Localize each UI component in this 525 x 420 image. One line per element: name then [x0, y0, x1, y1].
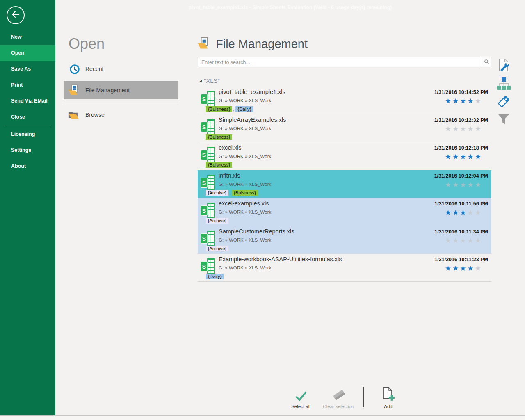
rating-stars[interactable]: ★★★★★	[445, 97, 482, 105]
star-icon[interactable]: ★	[445, 237, 452, 244]
star-icon[interactable]: ★	[468, 153, 475, 161]
document-tools-icon[interactable]	[496, 58, 511, 73]
tag-separator: ,	[229, 190, 231, 195]
back-button[interactable]	[7, 6, 25, 24]
clear-selection-button[interactable]: Clear selection	[321, 386, 357, 409]
sidebar-item-new[interactable]: New	[0, 29, 55, 45]
file-path: G: » WORK » XLS_Work	[219, 265, 271, 270]
rating-stars[interactable]: ★★★★★	[445, 180, 482, 189]
star-icon[interactable]: ★	[452, 125, 460, 133]
star-icon[interactable]: ★	[468, 125, 475, 133]
star-icon[interactable]: ★	[452, 97, 460, 105]
star-icon[interactable]: ★	[452, 181, 460, 189]
star-icon[interactable]: ★	[460, 209, 467, 217]
file-management-icon	[198, 37, 210, 51]
star-icon[interactable]: ★	[452, 153, 460, 161]
star-icon[interactable]: ★	[452, 209, 460, 217]
file-tags: [Archive]	[206, 246, 228, 251]
add-button[interactable]: Add	[370, 386, 406, 409]
rating-stars[interactable]: ★★★★★	[445, 264, 482, 273]
file-row[interactable]: Spivot_table_example1.xlsG: » WORK » XLS…	[198, 87, 491, 114]
file-row[interactable]: Sexcel.xlsG: » WORK » XLS_Work{Buisness}…	[198, 142, 491, 170]
star-icon[interactable]: ★	[445, 265, 452, 272]
search-button[interactable]	[482, 57, 491, 67]
sidebar-item-licensing[interactable]: Licensing	[0, 126, 55, 142]
tag-business: {Buisness}	[206, 134, 232, 140]
excel-file-icon: S	[201, 119, 215, 135]
select-all-button[interactable]: Select all	[283, 386, 319, 409]
file-row[interactable]: SSimpleArrayExamples.xlsG: » WORK » XLS_…	[198, 114, 491, 142]
open-item-file-management[interactable]: File Management	[64, 81, 178, 99]
star-icon[interactable]: ★	[460, 237, 467, 244]
excel-file-icon: S	[201, 174, 215, 191]
star-icon[interactable]: ★	[445, 209, 452, 217]
sidebar-item-send-via-email[interactable]: Send Via EMail	[0, 93, 55, 109]
star-icon[interactable]: ★	[445, 153, 452, 161]
file-name: pivot_table_example1.xls	[219, 89, 285, 95]
sidebar-item-save-as[interactable]: Save As	[0, 61, 55, 77]
add-document-icon	[382, 386, 395, 402]
rating-stars[interactable]: ★★★★★	[445, 153, 482, 161]
sidebar-item-close[interactable]: Close	[0, 109, 55, 125]
page-title: Open	[68, 35, 178, 52]
sidebar-item-print[interactable]: Print	[0, 77, 55, 93]
file-row[interactable]: SExample-workbook-ASAP-Utilities-formula…	[198, 254, 491, 282]
tag-daily: {Daily}	[206, 274, 224, 279]
star-icon[interactable]: ★	[475, 97, 482, 105]
star-icon[interactable]: ★	[460, 153, 467, 161]
star-icon[interactable]: ★	[445, 125, 452, 133]
open-item-browse[interactable]: Browse	[64, 106, 178, 124]
file-name: SampleCustomerReports.xls	[219, 228, 294, 235]
tag-business: {Buisness}	[206, 106, 232, 112]
group-header-xls[interactable]: ◢"XLS"	[199, 77, 220, 84]
star-icon[interactable]: ★	[452, 265, 460, 272]
star-icon[interactable]: ★	[460, 97, 467, 105]
excel-file-icon: S	[201, 258, 215, 274]
file-row[interactable]: SSampleCustomerReports.xlsG: » WORK » XL…	[198, 226, 491, 254]
star-icon[interactable]: ★	[468, 265, 475, 272]
open-item-recent[interactable]: Recent	[64, 60, 178, 78]
tags-icon[interactable]	[496, 94, 511, 109]
star-icon[interactable]: ★	[468, 181, 475, 189]
tag-business: {Buisness}	[232, 190, 258, 196]
file-path: G: » WORK » XLS_Work	[219, 210, 271, 215]
file-date: 1/31/2016 10:12:32 PM	[434, 117, 488, 123]
star-icon[interactable]: ★	[460, 181, 467, 189]
star-icon[interactable]: ★	[475, 237, 482, 244]
star-icon[interactable]: ★	[468, 97, 475, 105]
grouping-icon[interactable]	[496, 76, 511, 91]
tag-business: {Buisness}	[206, 162, 232, 168]
star-icon[interactable]: ★	[452, 237, 460, 244]
sidebar-item-settings[interactable]: Settings	[0, 142, 55, 158]
excel-file-icon: S	[201, 91, 215, 107]
file-tags: {Buisness}	[206, 134, 232, 140]
star-icon[interactable]: ★	[475, 265, 482, 272]
star-icon[interactable]: ★	[475, 181, 482, 189]
group-expand-icon: ◢	[199, 79, 202, 83]
search-icon	[484, 59, 489, 66]
star-icon[interactable]: ★	[445, 97, 452, 105]
rating-stars[interactable]: ★★★★★	[445, 236, 482, 245]
rating-stars[interactable]: ★★★★★	[445, 125, 482, 133]
star-icon[interactable]: ★	[445, 181, 452, 189]
star-icon[interactable]: ★	[460, 125, 467, 133]
star-icon[interactable]: ★	[475, 209, 482, 217]
filter-icon[interactable]	[496, 112, 511, 127]
rating-stars[interactable]: ★★★★★	[445, 208, 482, 217]
star-icon[interactable]: ★	[475, 153, 482, 161]
add-label: Add	[384, 404, 392, 409]
search-input[interactable]	[198, 57, 482, 67]
sidebar-item-open[interactable]: Open	[0, 45, 55, 61]
star-icon[interactable]: ★	[468, 237, 475, 244]
file-name: infltn.xls	[219, 172, 240, 179]
sidebar-item-about[interactable]: About	[0, 158, 55, 174]
file-name: excel.xls	[219, 144, 242, 151]
bottom-bar-divider	[363, 387, 364, 407]
file-row[interactable]: Sinfltn.xlsG: » WORK » XLS_Work[Archive]…	[198, 170, 491, 198]
recent-icon	[68, 64, 80, 75]
star-icon[interactable]: ★	[468, 209, 475, 217]
file-date: 1/31/2016 10:11:23 PM	[434, 257, 488, 262]
file-row[interactable]: Sexcel-examples.xlsG: » WORK » XLS_Work[…	[198, 198, 491, 226]
star-icon[interactable]: ★	[475, 125, 482, 133]
star-icon[interactable]: ★	[460, 265, 467, 272]
